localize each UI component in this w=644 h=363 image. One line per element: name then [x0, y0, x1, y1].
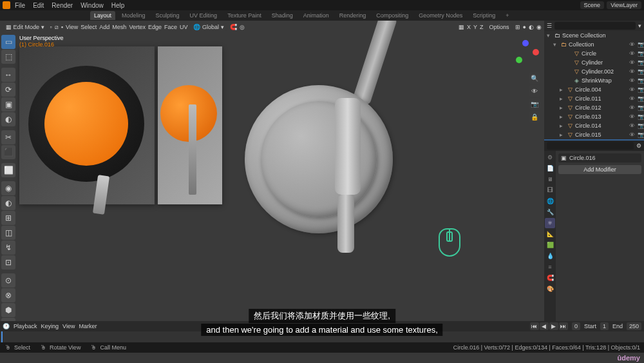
visibility-icon[interactable]: 👁 — [629, 132, 636, 138]
tab-modeling[interactable]: Modeling — [118, 12, 149, 19]
vp-menu-add[interactable]: Add — [99, 24, 109, 30]
tool-move[interactable]: ↔ — [1, 68, 15, 82]
tab-compositing[interactable]: Compositing — [372, 12, 412, 19]
visibility-icon[interactable]: 👁 — [629, 41, 636, 48]
tool-extrude[interactable]: ◉ — [1, 181, 15, 195]
vp-menu-uv[interactable]: UV — [180, 24, 188, 30]
visibility-icon[interactable]: 👁 — [629, 113, 636, 120]
menu-window[interactable]: Window — [77, 2, 107, 9]
expand-icon[interactable]: ▸ — [560, 95, 565, 102]
ptab-world[interactable]: 🌐 — [545, 196, 555, 206]
tab-layout[interactable]: Layout — [90, 11, 115, 20]
tree-item[interactable]: ▽Circle👁📷 — [544, 49, 644, 58]
render-icon[interactable]: 📷 — [638, 95, 644, 102]
expand-icon[interactable]: ▸ — [560, 113, 565, 120]
ptab-particles[interactable]: 📐 — [545, 229, 555, 239]
tab-sculpting[interactable]: Sculpting — [152, 12, 184, 19]
mode-dropdown[interactable]: ▦ Edit Mode ▾ — [3, 23, 48, 31]
tool-add-cube[interactable]: ⬜ — [1, 163, 15, 177]
menu-edit[interactable]: Edit — [30, 2, 47, 9]
vp-menu-face[interactable]: Face — [164, 24, 177, 30]
orientation-dropdown[interactable]: 🌐 Global ▾ — [190, 23, 227, 31]
menu-file[interactable]: File — [12, 2, 28, 9]
ptab-constraints[interactable]: 💧 — [545, 251, 555, 261]
render-icon[interactable]: 📷 — [638, 104, 644, 111]
render-icon[interactable]: 📷 — [638, 123, 644, 129]
tool-annotate[interactable]: ✂ — [1, 130, 15, 144]
tab-texture-paint[interactable]: Texture Paint — [223, 12, 265, 19]
tool-knife[interactable]: ↯ — [1, 240, 15, 255]
properties-breadcrumb[interactable]: ▣ Circle.016 — [558, 153, 641, 162]
vp-menu-view[interactable]: View — [66, 24, 78, 30]
expand-icon[interactable]: ▸ — [560, 104, 565, 111]
visibility-icon[interactable]: 👁 — [629, 123, 636, 129]
perspective-toggle-icon[interactable]: 🔒 — [529, 111, 540, 123]
tree-item[interactable]: ▸▽Circle.014👁📷 — [544, 121, 644, 130]
tab-geometry-nodes[interactable]: Geometry Nodes — [415, 12, 466, 19]
visibility-icon[interactable]: 👁 — [629, 50, 636, 57]
snap-toggle[interactable]: 🧲 — [230, 24, 237, 30]
tree-item[interactable]: ▸▽Circle.013👁📷 — [544, 112, 644, 121]
expand-icon[interactable]: ▸ — [560, 132, 565, 138]
tab-animation[interactable]: Animation — [299, 12, 333, 19]
outliner-editor-icon[interactable]: ☰ — [547, 23, 552, 29]
tool-smooth[interactable]: ⊗ — [1, 288, 15, 302]
xray-toggle[interactable]: ▦ — [459, 24, 464, 30]
expand-icon[interactable]: ▸ — [560, 86, 565, 93]
playhead[interactable] — [1, 331, 3, 342]
face-select-icon[interactable]: ▪ — [61, 24, 63, 30]
menu-help[interactable]: Help — [108, 2, 128, 9]
outliner-search-input[interactable] — [554, 22, 636, 30]
ptab-viewlayer[interactable]: 🖥 — [545, 174, 555, 184]
vp-menu-vertex[interactable]: Vertex — [129, 24, 146, 30]
jump-start-button[interactable]: ⏮ — [530, 322, 539, 330]
render-icon[interactable]: 📷 — [638, 86, 644, 93]
play-reverse-button[interactable]: ◀ — [540, 322, 549, 330]
tool-rotate[interactable]: ⟳ — [1, 83, 15, 97]
tree-collection[interactable]: ▾ 🗀 Collection 👁 📷 — [544, 40, 644, 49]
tree-item[interactable]: ▸▽Circle.012👁📷 — [544, 103, 644, 112]
render-icon[interactable]: 📷 — [638, 68, 644, 75]
3d-viewport[interactable]: ▦ Edit Mode ▾ ▫ ⧄ ▪ View Select Add Mesh… — [0, 21, 544, 321]
tool-edge-slide[interactable]: ⬢ — [1, 303, 15, 317]
axis-z-button[interactable]: Z — [480, 24, 484, 30]
tree-item[interactable]: ▸▽Circle.011👁📷 — [544, 94, 644, 103]
render-icon[interactable]: 📷 — [638, 132, 644, 138]
tl-menu-marker[interactable]: Marker — [79, 323, 97, 329]
reference-image-2[interactable] — [158, 46, 222, 204]
render-icon[interactable]: 📷 — [638, 41, 644, 48]
filter-icon[interactable]: ⚙ — [636, 142, 641, 149]
outliner-filter-input[interactable] — [547, 142, 634, 150]
ptab-render[interactable]: ⚙ — [545, 152, 555, 162]
move-view-icon[interactable]: 👁 — [529, 85, 540, 97]
ptab-texture[interactable]: 🎨 — [545, 284, 555, 294]
options-dropdown[interactable]: Options — [486, 23, 513, 31]
scene-selector[interactable]: Scene — [580, 1, 605, 9]
tab-add[interactable]: + — [502, 12, 513, 19]
tl-menu-playback[interactable]: Playback — [14, 323, 37, 329]
expand-icon[interactable]: ▸ — [560, 123, 565, 129]
visibility-icon[interactable]: 👁 — [629, 95, 636, 102]
zoom-icon[interactable]: 🔍 — [529, 72, 540, 84]
tool-loop-cut[interactable]: ◫ — [1, 226, 15, 240]
tree-item[interactable]: ▸▽Circle.004👁📷 — [544, 85, 644, 94]
ptab-output[interactable]: 📄 — [545, 163, 555, 173]
gizmo-y-axis[interactable] — [516, 57, 522, 63]
proportional-edit-toggle[interactable]: ◎ — [240, 24, 245, 30]
shading-wireframe-icon[interactable]: ⊞ — [515, 24, 520, 30]
camera-view-icon[interactable]: 📷 — [529, 98, 540, 110]
tree-item[interactable]: ◈ShrinkWrap👁📷 — [544, 76, 644, 85]
outliner-tree[interactable]: ▾ 🗀 Scene Collection ▾ 🗀 Collection 👁 📷 … — [544, 31, 644, 141]
vertex-select-icon[interactable]: ▫ — [50, 24, 52, 30]
shading-material-icon[interactable]: ◐ — [529, 24, 534, 30]
ptab-data[interactable]: ≡ — [545, 262, 555, 272]
tool-bevel[interactable]: ⊞ — [1, 211, 15, 225]
navigation-gizmo[interactable] — [513, 40, 539, 66]
tl-menu-view[interactable]: View — [62, 323, 75, 329]
visibility-icon[interactable]: 👁 — [629, 68, 636, 75]
tab-shading[interactable]: Shading — [268, 12, 297, 19]
tab-uv-editing[interactable]: UV Editing — [186, 12, 222, 19]
tab-rendering[interactable]: Rendering — [336, 12, 370, 19]
tool-select-box[interactable]: ▭ — [1, 35, 15, 49]
timeline-editor-icon[interactable]: 🕐 — [3, 323, 10, 329]
